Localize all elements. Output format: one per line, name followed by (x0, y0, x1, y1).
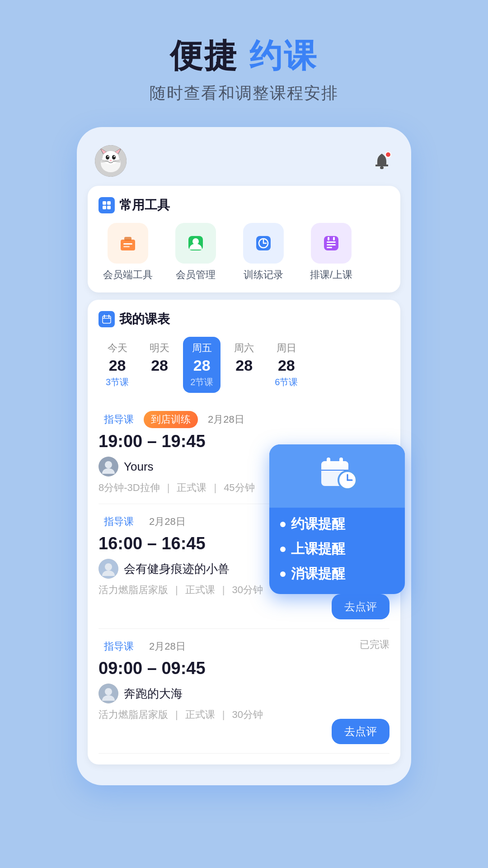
svg-rect-31 (324, 236, 338, 250)
class2-trainer-name: 会有健身痕迹的小兽 (124, 561, 230, 577)
class3-time: 09:00 – 09:45 (99, 659, 389, 678)
class3-review-btn[interactable]: 去点评 (332, 719, 389, 744)
class2-guide-tag: 指导课 (99, 513, 139, 530)
schedule-title: 我的课表 (99, 311, 389, 328)
class3-status: 已完课 (360, 638, 389, 651)
tool-schedule[interactable]: 排课/上课 (302, 223, 361, 282)
tools-grid: 会员端工具 会员管理 (99, 223, 389, 282)
svg-point-26 (192, 238, 199, 245)
page-subtitle: 随时查看和调整课程安排 (150, 82, 338, 104)
phone-frame: 常用工具 会员端工具 (77, 127, 411, 785)
svg-rect-24 (123, 246, 130, 247)
tool-member-mgmt-label: 会员管理 (176, 268, 216, 282)
day-saturday[interactable]: 周六 28 (226, 337, 262, 393)
tool-member-mgmt[interactable]: 会员管理 (166, 223, 225, 282)
svg-rect-19 (103, 206, 106, 209)
day-sunday-classes: 6节课 (275, 376, 298, 388)
class3-trainer-avatar (99, 684, 118, 703)
class2-review-btn[interactable]: 去点评 (332, 594, 389, 619)
tool-training-record[interactable]: 训练记录 (234, 223, 293, 282)
svg-rect-22 (124, 237, 131, 241)
svg-rect-20 (107, 206, 111, 209)
day-friday-number: 28 (193, 357, 211, 374)
day-friday[interactable]: 周五 28 2节课 (183, 337, 221, 393)
day-saturday-name: 周六 (234, 341, 254, 355)
schedule-card: 我的课表 今天 28 3节课 明天 28 周五 28 2节课 周六 28 (88, 300, 400, 764)
class2-date: 2月28日 (144, 513, 191, 530)
day-today[interactable]: 今天 28 3节课 (99, 337, 136, 393)
page-title: 便捷 约课 (150, 36, 338, 75)
svg-point-8 (112, 155, 116, 160)
title-main: 便捷 (170, 38, 239, 74)
tool-schedule-label: 排课/上课 (310, 268, 352, 282)
svg-point-44 (105, 563, 112, 571)
reminder-calendar-icon (317, 452, 357, 500)
class1-trainer-name: Yours (124, 460, 154, 474)
class3-date: 2月28日 (144, 638, 191, 655)
svg-rect-21 (121, 240, 135, 250)
reminder-card: 约课提醒 上课提醒 消课提醒 (269, 444, 405, 594)
header-section: 便捷 约课 随时查看和调整课程安排 (150, 36, 338, 104)
tools-title: 常用工具 (99, 197, 389, 214)
day-tomorrow[interactable]: 明天 28 (141, 337, 178, 393)
svg-rect-34 (327, 247, 332, 248)
day-friday-classes: 2节课 (190, 376, 213, 388)
day-sunday-number: 28 (278, 357, 295, 374)
svg-point-42 (105, 461, 112, 468)
day-sunday[interactable]: 周日 28 6节课 (267, 337, 305, 393)
reminder-item-1: 约课提醒 (280, 515, 394, 533)
svg-rect-48 (321, 461, 348, 470)
reminder-dot-2 (280, 547, 286, 552)
svg-rect-36 (333, 237, 335, 241)
day-tomorrow-name: 明天 (150, 341, 169, 355)
day-saturday-number: 28 (235, 357, 253, 374)
tool-member-tools[interactable]: 会员端工具 (99, 223, 157, 282)
day-friday-name: 周五 (192, 341, 212, 355)
day-sunday-name: 周日 (277, 341, 296, 355)
svg-rect-23 (123, 243, 132, 245)
class3-guide-tag: 指导课 (99, 638, 139, 655)
reminder-item-3: 消课提醒 (280, 565, 394, 583)
schedule-days: 今天 28 3节课 明天 28 周五 28 2节课 周六 28 周日 28 (99, 337, 389, 393)
avatar[interactable] (95, 145, 127, 177)
reminder-dot-1 (280, 522, 286, 527)
day-today-number: 28 (109, 357, 126, 374)
svg-point-46 (105, 688, 112, 695)
class1-date: 2月28日 (202, 411, 250, 428)
svg-point-9 (108, 156, 109, 157)
tools-card: 常用工具 会员端工具 (88, 186, 400, 292)
svg-rect-33 (327, 244, 336, 245)
class1-instore-tag: 到店训练 (144, 411, 198, 428)
svg-rect-32 (327, 241, 336, 243)
svg-rect-51 (339, 458, 343, 465)
class-item-3: 已完课 指导课 2月28日 09:00 – 09:45 奔跑的大海 活力燃脂居家… (99, 629, 389, 754)
reminder-dot-3 (280, 571, 286, 577)
tool-member-tools-label: 会员端工具 (103, 268, 153, 282)
svg-rect-16 (380, 166, 384, 169)
svg-point-7 (106, 155, 109, 160)
svg-rect-35 (328, 237, 329, 241)
class2-trainer-avatar (99, 559, 118, 579)
title-accent: 约课 (249, 38, 318, 74)
notification-bell[interactable] (371, 150, 393, 172)
reminder-item-2: 上课提醒 (280, 540, 394, 558)
svg-point-11 (110, 160, 112, 162)
reminder-card-header (269, 444, 405, 508)
class1-trainer-avatar (99, 457, 118, 476)
tool-training-record-label: 训练记录 (244, 268, 283, 282)
svg-point-10 (114, 156, 115, 157)
tools-icon (99, 197, 115, 213)
svg-rect-50 (327, 458, 330, 465)
reminder-items-list: 约课提醒 上课提醒 消课提醒 (269, 508, 405, 583)
day-today-classes: 3节课 (106, 376, 129, 388)
day-today-name: 今天 (108, 341, 127, 355)
schedule-icon (99, 311, 115, 327)
class1-guide-tag: 指导课 (99, 411, 139, 428)
svg-rect-37 (103, 316, 111, 323)
svg-rect-17 (103, 201, 106, 205)
svg-rect-18 (107, 201, 111, 205)
phone-header (88, 141, 400, 186)
day-tomorrow-number: 28 (151, 357, 168, 374)
class3-trainer-name: 奔跑的大海 (124, 686, 183, 702)
